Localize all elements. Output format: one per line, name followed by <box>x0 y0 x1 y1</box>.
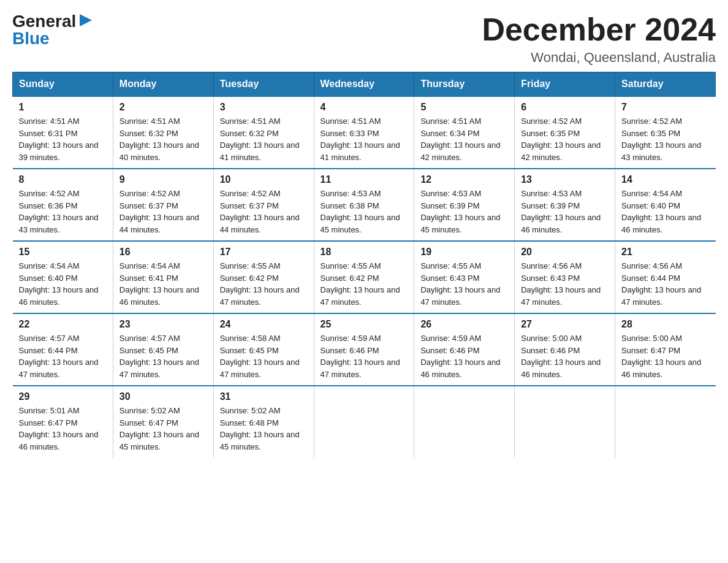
calendar-day-15: 15Sunrise: 4:54 AMSunset: 6:40 PMDayligh… <box>13 241 113 313</box>
calendar-day-30: 30Sunrise: 5:02 AMSunset: 6:47 PMDayligh… <box>113 386 213 458</box>
calendar-week-row-1: 1Sunrise: 4:51 AMSunset: 6:31 PMDaylight… <box>13 96 716 169</box>
day-info: Sunrise: 4:51 AMSunset: 6:31 PMDaylight:… <box>19 115 107 163</box>
calendar-day-18: 18Sunrise: 4:55 AMSunset: 6:42 PMDayligh… <box>314 241 414 313</box>
day-info: Sunrise: 4:58 AMSunset: 6:45 PMDaylight:… <box>220 332 308 380</box>
calendar-day-26: 26Sunrise: 4:59 AMSunset: 6:46 PMDayligh… <box>414 313 515 386</box>
calendar-day-8: 8Sunrise: 4:52 AMSunset: 6:36 PMDaylight… <box>13 169 113 241</box>
day-number: 18 <box>320 247 408 258</box>
day-info: Sunrise: 4:51 AMSunset: 6:32 PMDaylight:… <box>220 115 308 163</box>
calendar-day-header-monday: Monday <box>113 72 213 97</box>
calendar-day-24: 24Sunrise: 4:58 AMSunset: 6:45 PMDayligh… <box>213 313 314 386</box>
svg-marker-0 <box>80 14 92 26</box>
calendar-empty-cell <box>314 386 414 458</box>
day-info: Sunrise: 4:56 AMSunset: 6:44 PMDaylight:… <box>621 260 709 308</box>
calendar-day-header-thursday: Thursday <box>414 72 515 97</box>
day-info: Sunrise: 5:02 AMSunset: 6:47 PMDaylight:… <box>119 405 207 453</box>
logo-arrow-icon <box>77 12 94 29</box>
calendar-day-4: 4Sunrise: 4:51 AMSunset: 6:33 PMDaylight… <box>314 96 414 169</box>
day-info: Sunrise: 4:53 AMSunset: 6:38 PMDaylight:… <box>320 188 408 236</box>
day-number: 7 <box>621 102 709 113</box>
calendar-table: SundayMondayTuesdayWednesdayThursdayFrid… <box>12 72 716 458</box>
calendar-header: SundayMondayTuesdayWednesdayThursdayFrid… <box>13 72 716 97</box>
calendar-empty-cell <box>515 386 615 458</box>
day-info: Sunrise: 4:53 AMSunset: 6:39 PMDaylight:… <box>521 188 609 236</box>
calendar-week-row-3: 15Sunrise: 4:54 AMSunset: 6:40 PMDayligh… <box>13 241 716 313</box>
title-block: December 2024 Wondai, Queensland, Austra… <box>482 12 716 66</box>
calendar-week-row-4: 22Sunrise: 4:57 AMSunset: 6:44 PMDayligh… <box>13 313 716 386</box>
day-info: Sunrise: 4:52 AMSunset: 6:37 PMDaylight:… <box>119 188 207 236</box>
calendar-day-5: 5Sunrise: 4:51 AMSunset: 6:34 PMDaylight… <box>414 96 515 169</box>
day-info: Sunrise: 4:54 AMSunset: 6:40 PMDaylight:… <box>19 260 107 308</box>
day-number: 21 <box>621 247 709 258</box>
calendar-day-13: 13Sunrise: 4:53 AMSunset: 6:39 PMDayligh… <box>515 169 615 241</box>
day-info: Sunrise: 4:57 AMSunset: 6:45 PMDaylight:… <box>119 332 207 380</box>
day-info: Sunrise: 5:00 AMSunset: 6:47 PMDaylight:… <box>621 332 709 380</box>
day-number: 14 <box>621 174 709 185</box>
logo: General Blue <box>12 12 94 48</box>
day-info: Sunrise: 4:54 AMSunset: 6:41 PMDaylight:… <box>119 260 207 308</box>
calendar-day-6: 6Sunrise: 4:52 AMSunset: 6:35 PMDaylight… <box>515 96 615 169</box>
day-info: Sunrise: 4:51 AMSunset: 6:32 PMDaylight:… <box>119 115 207 163</box>
day-number: 16 <box>119 247 207 258</box>
calendar-day-28: 28Sunrise: 5:00 AMSunset: 6:47 PMDayligh… <box>615 313 716 386</box>
day-number: 29 <box>19 391 107 402</box>
day-number: 10 <box>220 174 308 185</box>
day-info: Sunrise: 4:55 AMSunset: 6:42 PMDaylight:… <box>220 260 308 308</box>
calendar-day-16: 16Sunrise: 4:54 AMSunset: 6:41 PMDayligh… <box>113 241 213 313</box>
day-info: Sunrise: 4:55 AMSunset: 6:43 PMDaylight:… <box>420 260 508 308</box>
calendar-day-29: 29Sunrise: 5:01 AMSunset: 6:47 PMDayligh… <box>13 386 113 458</box>
day-info: Sunrise: 5:00 AMSunset: 6:46 PMDaylight:… <box>521 332 609 380</box>
day-info: Sunrise: 4:57 AMSunset: 6:44 PMDaylight:… <box>19 332 107 380</box>
day-number: 5 <box>420 102 508 113</box>
calendar-day-header-friday: Friday <box>515 72 615 97</box>
calendar-week-row-2: 8Sunrise: 4:52 AMSunset: 6:36 PMDaylight… <box>13 169 716 241</box>
calendar-empty-cell <box>615 386 716 458</box>
calendar-day-header-saturday: Saturday <box>615 72 716 97</box>
calendar-day-17: 17Sunrise: 4:55 AMSunset: 6:42 PMDayligh… <box>213 241 314 313</box>
day-info: Sunrise: 4:52 AMSunset: 6:36 PMDaylight:… <box>19 188 107 236</box>
calendar-day-9: 9Sunrise: 4:52 AMSunset: 6:37 PMDaylight… <box>113 169 213 241</box>
calendar-day-header-tuesday: Tuesday <box>213 72 314 97</box>
calendar-day-31: 31Sunrise: 5:02 AMSunset: 6:48 PMDayligh… <box>213 386 314 458</box>
logo-blue: Blue <box>12 29 50 48</box>
calendar-empty-cell <box>414 386 515 458</box>
day-number: 4 <box>320 102 408 113</box>
calendar-header-row: SundayMondayTuesdayWednesdayThursdayFrid… <box>13 72 716 97</box>
calendar-day-header-wednesday: Wednesday <box>314 72 414 97</box>
day-number: 26 <box>420 319 508 330</box>
location: Wondai, Queensland, Australia <box>482 50 716 66</box>
calendar-day-27: 27Sunrise: 5:00 AMSunset: 6:46 PMDayligh… <box>515 313 615 386</box>
day-info: Sunrise: 4:51 AMSunset: 6:33 PMDaylight:… <box>320 115 408 163</box>
day-number: 3 <box>220 102 308 113</box>
calendar-body: 1Sunrise: 4:51 AMSunset: 6:31 PMDaylight… <box>13 96 716 458</box>
day-number: 24 <box>220 319 308 330</box>
day-number: 28 <box>621 319 709 330</box>
calendar-day-25: 25Sunrise: 4:59 AMSunset: 6:46 PMDayligh… <box>314 313 414 386</box>
day-info: Sunrise: 4:55 AMSunset: 6:42 PMDaylight:… <box>320 260 408 308</box>
calendar-day-3: 3Sunrise: 4:51 AMSunset: 6:32 PMDaylight… <box>213 96 314 169</box>
page-header: General Blue December 2024 Wondai, Queen… <box>12 12 716 66</box>
calendar-week-row-5: 29Sunrise: 5:01 AMSunset: 6:47 PMDayligh… <box>13 386 716 458</box>
day-number: 30 <box>119 391 207 402</box>
month-title: December 2024 <box>482 12 716 47</box>
day-info: Sunrise: 5:01 AMSunset: 6:47 PMDaylight:… <box>19 405 107 453</box>
day-number: 19 <box>420 247 508 258</box>
day-number: 17 <box>220 247 308 258</box>
day-info: Sunrise: 4:53 AMSunset: 6:39 PMDaylight:… <box>420 188 508 236</box>
day-number: 12 <box>420 174 508 185</box>
day-number: 11 <box>320 174 408 185</box>
calendar-day-22: 22Sunrise: 4:57 AMSunset: 6:44 PMDayligh… <box>13 313 113 386</box>
day-number: 23 <box>119 319 207 330</box>
day-number: 25 <box>320 319 408 330</box>
calendar-day-10: 10Sunrise: 4:52 AMSunset: 6:37 PMDayligh… <box>213 169 314 241</box>
day-number: 6 <box>521 102 609 113</box>
calendar-day-12: 12Sunrise: 4:53 AMSunset: 6:39 PMDayligh… <box>414 169 515 241</box>
day-number: 1 <box>19 102 107 113</box>
day-info: Sunrise: 4:56 AMSunset: 6:43 PMDaylight:… <box>521 260 609 308</box>
day-number: 15 <box>19 247 107 258</box>
calendar-day-11: 11Sunrise: 4:53 AMSunset: 6:38 PMDayligh… <box>314 169 414 241</box>
day-number: 8 <box>19 174 107 185</box>
day-info: Sunrise: 5:02 AMSunset: 6:48 PMDaylight:… <box>220 405 308 453</box>
calendar-day-23: 23Sunrise: 4:57 AMSunset: 6:45 PMDayligh… <box>113 313 213 386</box>
day-info: Sunrise: 4:52 AMSunset: 6:35 PMDaylight:… <box>621 115 709 163</box>
